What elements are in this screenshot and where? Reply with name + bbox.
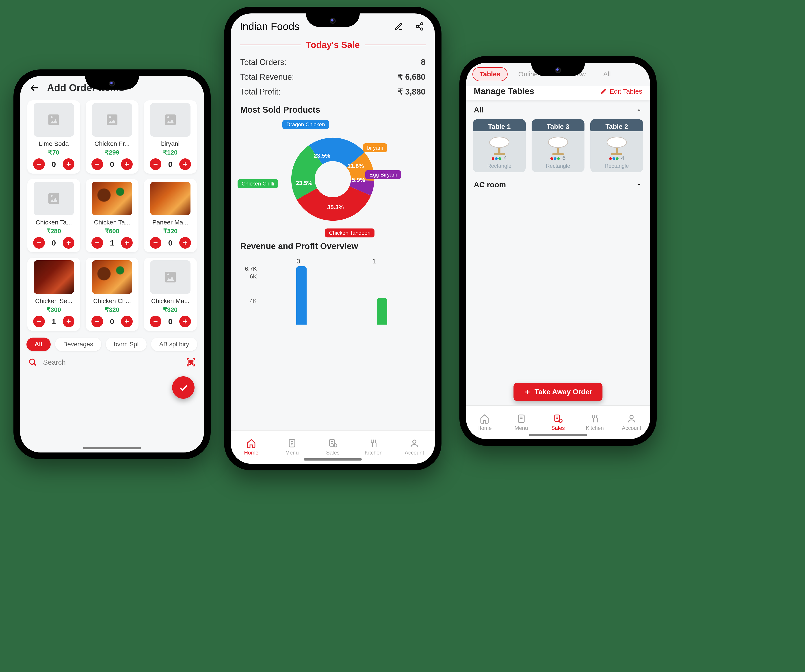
- qty-value: 0: [166, 239, 174, 247]
- product-thumb: [150, 182, 191, 215]
- qty-plus-button[interactable]: [179, 316, 191, 327]
- product-name: biryani: [161, 140, 179, 148]
- donut-label: Egg Biryani: [365, 170, 401, 179]
- table-card[interactable]: Table 36Rectangle: [532, 119, 585, 172]
- qty-plus-button[interactable]: [63, 316, 74, 327]
- qty-minus-button[interactable]: [92, 237, 103, 249]
- category-chip[interactable]: bvrm Spl: [106, 338, 146, 351]
- product-name: Lime Soda: [39, 140, 69, 148]
- stat-revenue-value: ₹ 6,680: [398, 72, 426, 82]
- take-away-button[interactable]: Take Away Order: [513, 383, 602, 401]
- qty-plus-button[interactable]: [121, 237, 133, 249]
- donut-pct: 23.5%: [296, 180, 312, 187]
- stat-orders-value: 8: [421, 57, 426, 67]
- product-thumb: [150, 260, 191, 294]
- category-chip[interactable]: Beverages: [55, 338, 101, 351]
- svg-point-10: [315, 161, 351, 197]
- stat-revenue-label: Total Revenue:: [240, 72, 294, 82]
- svg-line-4: [418, 27, 421, 29]
- qr-icon[interactable]: [186, 357, 196, 367]
- product-price: ₹280: [47, 227, 61, 235]
- qty-value: 0: [166, 317, 174, 326]
- group-header-ac[interactable]: AC room: [466, 175, 650, 191]
- svg-point-19: [413, 440, 416, 443]
- svg-point-0: [421, 23, 423, 25]
- qty-minus-button[interactable]: [150, 158, 161, 170]
- qty-plus-button[interactable]: [63, 237, 74, 249]
- product-card[interactable]: Chicken Ta...₹6001: [85, 179, 138, 252]
- qty-minus-button[interactable]: [150, 316, 161, 327]
- search-bar: [20, 354, 204, 372]
- table-shape: Rectangle: [592, 163, 641, 169]
- search-icon[interactable]: [28, 358, 37, 367]
- product-price: ₹320: [105, 306, 120, 313]
- product-card[interactable]: Chicken Ta...₹2800: [27, 179, 80, 252]
- qty-value: 0: [108, 160, 116, 169]
- tab-tables[interactable]: Tables: [472, 67, 508, 81]
- qty-minus-button[interactable]: [92, 158, 103, 170]
- qty-minus-button[interactable]: [150, 237, 161, 249]
- table-card[interactable]: Table 14Rectangle: [473, 119, 526, 172]
- qty-plus-button[interactable]: [121, 158, 133, 170]
- stat-profit-value: ₹ 3,880: [398, 87, 426, 97]
- product-thumb: [92, 182, 132, 215]
- category-chips: AllBeveragesbvrm SplAB spl biry: [20, 335, 204, 354]
- back-icon[interactable]: [28, 82, 41, 94]
- manage-title: Manage Tables: [474, 87, 534, 96]
- product-price: ₹300: [47, 306, 61, 313]
- donut-pct: 23.5%: [314, 152, 330, 159]
- qty-plus-button[interactable]: [63, 158, 74, 170]
- bar-ytick: 6.7K: [245, 266, 257, 272]
- product-card[interactable]: Paneer Ma...₹3200: [144, 179, 197, 252]
- donut-pct: 11.8%: [347, 162, 364, 170]
- product-card[interactable]: Chicken Se...₹3001: [27, 257, 80, 331]
- edit-icon[interactable]: [393, 20, 405, 33]
- table-card[interactable]: Table 24Rectangle: [590, 119, 643, 172]
- qty-minus-button[interactable]: [33, 237, 45, 249]
- donut-label: Dragon Chicken: [283, 120, 329, 129]
- qty-value: 1: [108, 239, 116, 247]
- qty-plus-button[interactable]: [179, 158, 191, 170]
- category-chip[interactable]: AB spl biry: [151, 338, 197, 351]
- stat-orders-label: Total Orders:: [240, 57, 286, 67]
- qty-value: 0: [166, 160, 174, 169]
- edit-tables-button[interactable]: Edit Tables: [600, 88, 642, 95]
- bar-profit-1: [377, 298, 387, 325]
- product-card[interactable]: Chicken Fr...₹2990: [85, 100, 138, 174]
- qty-minus-button[interactable]: [92, 316, 103, 327]
- nav-home[interactable]: Home: [231, 431, 272, 464]
- nav-account[interactable]: Account: [394, 431, 435, 464]
- nav-home[interactable]: Home: [466, 406, 503, 439]
- qty-plus-button[interactable]: [179, 237, 191, 249]
- donut-label: Chicken Tandoori: [325, 228, 375, 238]
- product-card[interactable]: Chicken Ma...₹3200: [144, 257, 197, 331]
- most-sold-heading: Most Sold Products: [231, 103, 435, 116]
- share-icon[interactable]: [413, 20, 426, 33]
- product-card[interactable]: biryani₹1200: [144, 100, 197, 174]
- product-card[interactable]: Chicken Ch...₹3200: [85, 257, 138, 331]
- svg-line-3: [418, 25, 421, 26]
- search-input[interactable]: [43, 358, 181, 367]
- donut-chart: Dragon Chicken biryani Egg Biryani Chick…: [231, 119, 435, 240]
- category-chip[interactable]: All: [26, 338, 51, 351]
- svg-rect-50: [189, 360, 191, 362]
- donut-pct: 35.3%: [327, 204, 344, 211]
- product-card[interactable]: Lime Soda₹700: [27, 100, 80, 174]
- svg-point-48: [30, 359, 35, 364]
- product-thumb: [92, 103, 132, 137]
- group-header-all[interactable]: All: [466, 100, 650, 116]
- chevron-down-icon: [636, 182, 642, 188]
- tab-all[interactable]: All: [596, 68, 618, 80]
- table-seats: 4: [592, 154, 641, 162]
- confirm-fab[interactable]: [172, 376, 194, 399]
- stat-profit-label: Total Profit:: [240, 87, 281, 97]
- gesture-bar: [304, 458, 362, 461]
- qty-value: 1: [50, 317, 58, 326]
- svg-rect-54: [192, 364, 193, 364]
- donut-pct: 5.9%: [352, 177, 365, 184]
- qty-minus-button[interactable]: [33, 316, 45, 327]
- qty-plus-button[interactable]: [121, 316, 133, 327]
- qty-minus-button[interactable]: [33, 158, 45, 170]
- product-price: ₹600: [105, 227, 120, 235]
- nav-account[interactable]: Account: [613, 406, 650, 439]
